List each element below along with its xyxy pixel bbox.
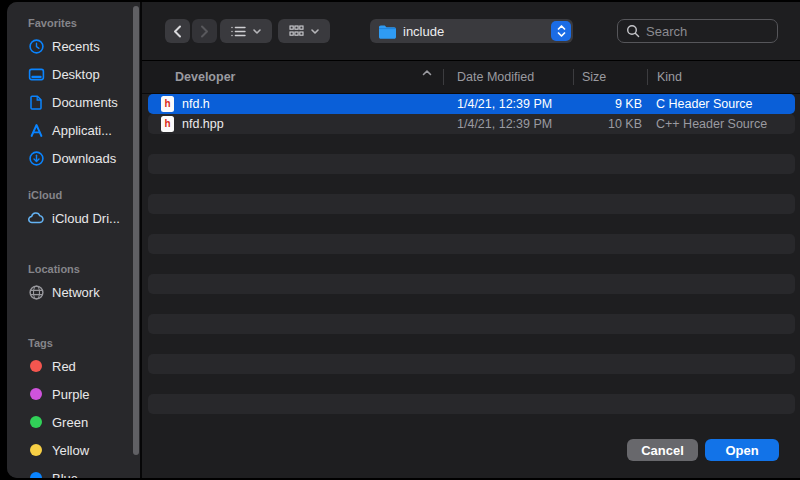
file-size: 9 KB bbox=[557, 97, 642, 111]
column-header-size[interactable]: Size bbox=[582, 61, 606, 93]
sidebar-item-label: Network bbox=[52, 285, 100, 300]
empty-row bbox=[148, 214, 795, 234]
column-header-kind[interactable]: Kind bbox=[657, 61, 682, 93]
sidebar-item-label: Documents bbox=[52, 95, 118, 110]
sidebar-item-label: Downloads bbox=[52, 151, 116, 166]
desktop-icon bbox=[27, 65, 45, 83]
sidebar-item-icloud-drive[interactable]: iCloud Dri... bbox=[7, 204, 140, 232]
sidebar-item-downloads[interactable]: Downloads bbox=[7, 144, 140, 172]
tag-dot-blue-icon bbox=[27, 469, 45, 478]
sidebar-item-label: Purple bbox=[52, 387, 90, 402]
file-row-nfd-h[interactable]: h nfd.h 1/4/21, 12:39 PM 9 KB C Header S… bbox=[148, 94, 795, 114]
search-icon bbox=[626, 24, 640, 38]
section-header-favorites: Favorites bbox=[7, 14, 140, 32]
folder-popup-button[interactable]: include bbox=[370, 19, 573, 43]
file-row-nfd-hpp[interactable]: h nfd.hpp 1/4/21, 12:39 PM 10 KB C++ Hea… bbox=[148, 114, 795, 134]
sidebar-item-label: Blue bbox=[52, 471, 78, 479]
open-dialog-window: Favorites Recents Desktop Documents Appl… bbox=[7, 2, 800, 478]
empty-row bbox=[148, 174, 795, 194]
file-name: nfd.h bbox=[182, 97, 435, 111]
current-folder-label: include bbox=[403, 24, 444, 39]
document-icon bbox=[27, 93, 45, 111]
popup-updown-chevrons-icon bbox=[551, 21, 571, 41]
section-header-tags: Tags bbox=[7, 334, 140, 352]
icon-view-button[interactable] bbox=[278, 19, 330, 43]
chevron-right-icon bbox=[200, 25, 209, 38]
sort-ascending-icon bbox=[422, 69, 432, 76]
chevron-left-icon bbox=[173, 25, 182, 38]
header-file-icon: h bbox=[148, 116, 182, 132]
globe-icon bbox=[27, 283, 45, 301]
chevron-down-icon bbox=[311, 29, 319, 34]
sidebar-item-label: Applicati... bbox=[52, 123, 112, 138]
list-view-button[interactable] bbox=[220, 19, 272, 43]
search-input[interactable] bbox=[646, 24, 761, 39]
icon-view-icon bbox=[289, 25, 304, 37]
empty-row bbox=[148, 314, 795, 334]
empty-row bbox=[148, 134, 795, 154]
file-date: 1/4/21, 12:39 PM bbox=[435, 97, 557, 111]
cancel-button[interactable]: Cancel bbox=[627, 439, 698, 461]
sidebar-item-tag-red[interactable]: Red bbox=[7, 352, 140, 380]
sidebar-item-label: Red bbox=[52, 359, 76, 374]
column-separator bbox=[573, 69, 574, 85]
column-header-name[interactable]: Developer bbox=[175, 61, 235, 93]
sidebar-item-label: Recents bbox=[52, 39, 100, 54]
sidebar-item-tag-green[interactable]: Green bbox=[7, 408, 140, 436]
empty-row bbox=[148, 154, 795, 174]
forward-button[interactable] bbox=[192, 19, 217, 43]
sidebar-scrollbar[interactable] bbox=[133, 6, 139, 455]
sidebar-item-label: iCloud Dri... bbox=[52, 211, 120, 226]
header-file-icon: h bbox=[148, 96, 182, 112]
toolbar: include bbox=[142, 2, 800, 60]
blue-folder-icon bbox=[378, 24, 397, 39]
search-field[interactable] bbox=[617, 19, 778, 43]
back-button[interactable] bbox=[165, 19, 190, 43]
clock-icon bbox=[27, 37, 45, 55]
sidebar-item-tag-blue[interactable]: Blue bbox=[7, 464, 140, 478]
column-header-row: Developer Date Modified Size Kind bbox=[142, 60, 800, 94]
list-view-icon bbox=[231, 26, 246, 37]
main-pane: include Developer Date Modified Size bbox=[142, 2, 800, 478]
empty-row bbox=[148, 294, 795, 314]
sidebar-item-label: Desktop bbox=[52, 67, 100, 82]
empty-row bbox=[148, 394, 795, 414]
empty-row bbox=[148, 374, 795, 394]
chevron-down-icon bbox=[253, 29, 261, 34]
file-size: 10 KB bbox=[557, 117, 642, 131]
section-header-locations: Locations bbox=[7, 260, 140, 278]
file-kind: C++ Header Source bbox=[642, 117, 795, 131]
empty-row bbox=[148, 194, 795, 214]
sidebar: Favorites Recents Desktop Documents Appl… bbox=[7, 2, 140, 478]
tag-dot-purple-icon bbox=[27, 385, 45, 403]
sidebar-item-recents[interactable]: Recents bbox=[7, 32, 140, 60]
column-separator bbox=[443, 69, 444, 85]
sidebar-item-tag-yellow[interactable]: Yellow bbox=[7, 436, 140, 464]
file-kind: C Header Source bbox=[642, 97, 795, 111]
sidebar-item-documents[interactable]: Documents bbox=[7, 88, 140, 116]
sidebar-item-label: Yellow bbox=[52, 443, 89, 458]
sidebar-item-label: Green bbox=[52, 415, 88, 430]
empty-row bbox=[148, 254, 795, 274]
file-name: nfd.hpp bbox=[182, 117, 435, 131]
empty-row bbox=[148, 354, 795, 374]
empty-row bbox=[148, 274, 795, 294]
column-header-date-modified[interactable]: Date Modified bbox=[457, 61, 534, 93]
cloud-icon bbox=[27, 209, 45, 227]
tag-dot-yellow-icon bbox=[27, 441, 45, 459]
sidebar-item-tag-purple[interactable]: Purple bbox=[7, 380, 140, 408]
empty-row bbox=[148, 334, 795, 354]
file-date: 1/4/21, 12:39 PM bbox=[435, 117, 557, 131]
tag-dot-red-icon bbox=[27, 357, 45, 375]
sidebar-item-desktop[interactable]: Desktop bbox=[7, 60, 140, 88]
sidebar-item-applications[interactable]: Applicati... bbox=[7, 116, 140, 144]
file-list: h nfd.h 1/4/21, 12:39 PM 9 KB C Header S… bbox=[142, 94, 800, 414]
sidebar-item-network[interactable]: Network bbox=[7, 278, 140, 306]
open-button[interactable]: Open bbox=[705, 439, 779, 461]
section-header-icloud: iCloud bbox=[7, 186, 140, 204]
tag-dot-green-icon bbox=[27, 413, 45, 431]
empty-row bbox=[148, 234, 795, 254]
app-store-icon bbox=[27, 121, 45, 139]
download-circle-icon bbox=[27, 149, 45, 167]
column-separator bbox=[647, 69, 648, 85]
